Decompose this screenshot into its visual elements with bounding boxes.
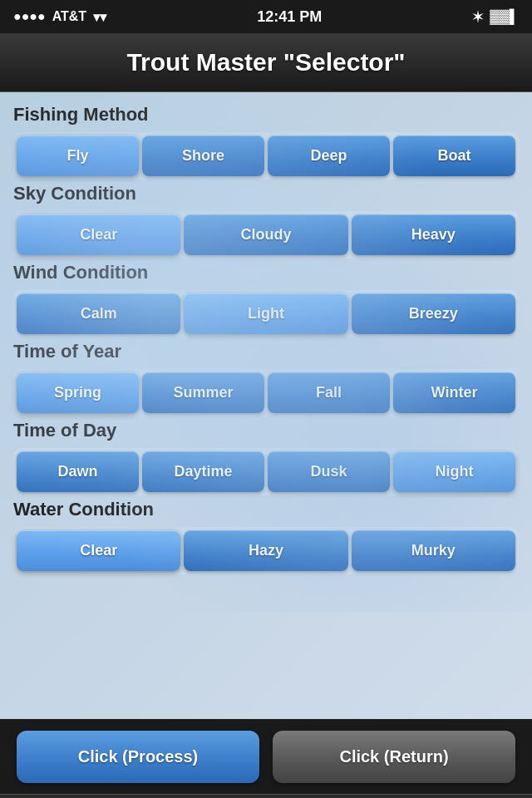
btn-dusk[interactable]: Dusk (268, 451, 390, 492)
section-water-condition: Water Condition Clear Hazy Murky (13, 499, 519, 574)
wind-condition-label: Wind Condition (13, 262, 519, 283)
btn-hazy[interactable]: Hazy (184, 530, 347, 571)
water-condition-group: Clear Hazy Murky (13, 527, 519, 574)
section-time-of-day: Time of Day Dawn Daytime Dusk Night (13, 420, 519, 495)
wind-condition-group: Calm Light Breezy (13, 290, 519, 337)
btn-murky[interactable]: Murky (352, 530, 515, 571)
water-condition-label: Water Condition (13, 499, 519, 520)
return-button[interactable]: Click (Return) (273, 731, 515, 783)
bluetooth-icon: ✶ (472, 9, 483, 25)
btn-clear[interactable]: Clear (17, 214, 180, 255)
btn-cloudy[interactable]: Cloudy (184, 214, 347, 255)
section-sky-condition: Sky Condition Clear Cloudy Heavy (13, 183, 519, 259)
carrier-label: AT&T (52, 9, 86, 24)
btn-fly[interactable]: Fly (17, 135, 139, 176)
sky-condition-group: Clear Cloudy Heavy (13, 211, 519, 259)
btn-summer[interactable]: Summer (142, 372, 264, 413)
main-content: Fishing Method Fly Shore Deep Boat Sky C… (0, 92, 532, 719)
btn-spring[interactable]: Spring (17, 372, 139, 413)
signal-icon: ●●●● (13, 9, 46, 24)
btn-light[interactable]: Light (184, 293, 347, 334)
time-of-year-group: Spring Summer Fall Winter (13, 369, 519, 416)
btn-winter[interactable]: Winter (393, 372, 515, 413)
time-of-day-group: Dawn Daytime Dusk Night (13, 448, 519, 495)
process-button[interactable]: Click (Process) (17, 731, 259, 783)
action-bar: Click (Process) Click (Return) (0, 719, 532, 794)
btn-heavy[interactable]: Heavy (352, 214, 515, 255)
tab-bar: Selector Info Library (0, 794, 532, 798)
app-header: Trout Master "Selector" (0, 33, 532, 92)
status-bar: ●●●● AT&T ▾▾ 12:41 PM ✶ ▓▓▌ (0, 0, 532, 33)
status-right: ✶ ▓▓▌ (472, 9, 519, 25)
sky-condition-label: Sky Condition (13, 183, 519, 204)
section-time-of-year: Time of Year Spring Summer Fall Winter (13, 341, 519, 416)
fishing-method-group: Fly Shore Deep Boat (13, 132, 519, 180)
time-of-year-label: Time of Year (13, 341, 519, 362)
status-time: 12:41 PM (257, 8, 322, 26)
btn-night[interactable]: Night (393, 451, 515, 492)
fishing-method-label: Fishing Method (13, 104, 519, 126)
btn-deep[interactable]: Deep (268, 135, 390, 176)
status-left: ●●●● AT&T ▾▾ (13, 9, 106, 25)
app-title: Trout Master "Selector" (0, 48, 532, 76)
time-of-day-label: Time of Day (13, 420, 519, 441)
btn-daytime[interactable]: Daytime (142, 451, 264, 492)
section-fishing-method: Fishing Method Fly Shore Deep Boat (13, 104, 519, 180)
wifi-icon: ▾▾ (93, 9, 106, 25)
btn-boat[interactable]: Boat (393, 135, 515, 176)
btn-shore[interactable]: Shore (142, 135, 264, 176)
btn-fall[interactable]: Fall (268, 372, 390, 413)
section-wind-condition: Wind Condition Calm Light Breezy (13, 262, 519, 337)
btn-calm[interactable]: Calm (17, 293, 180, 334)
btn-breezy[interactable]: Breezy (352, 293, 515, 334)
btn-dawn[interactable]: Dawn (17, 451, 139, 492)
btn-water-clear[interactable]: Clear (17, 530, 180, 571)
battery-icon: ▓▓▌ (490, 9, 519, 24)
